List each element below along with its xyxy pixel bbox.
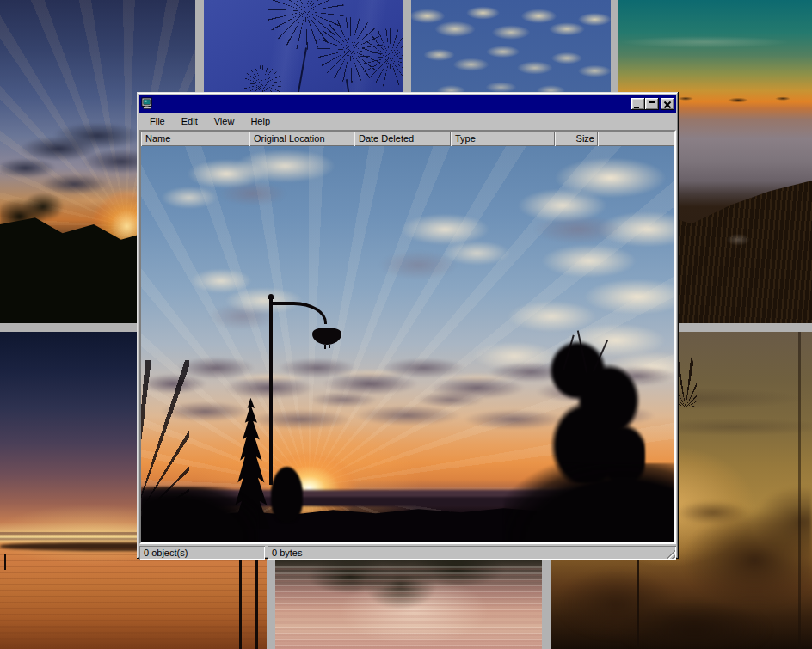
column-header-size[interactable]: Size <box>555 132 598 146</box>
status-bar: 0 object(s) 0 bytes <box>139 546 676 560</box>
right-tree-silhouette <box>549 333 645 483</box>
street-lamp-cap <box>268 294 274 299</box>
close-button[interactable] <box>661 98 674 110</box>
bottom-left-foliage <box>141 487 258 542</box>
bush-silhouette <box>271 467 303 523</box>
desktop: File Edit View Help Name Original Locati… <box>0 0 812 649</box>
street-lamp-fitting <box>329 345 330 348</box>
menu-edit[interactable]: Edit <box>176 114 203 128</box>
status-size-panel: 0 bytes <box>268 546 676 560</box>
computer-icon <box>141 97 154 110</box>
pole-silhouette <box>798 332 801 649</box>
maximize-icon <box>649 101 655 107</box>
window-controls <box>631 98 674 110</box>
menu-bar: File Edit View Help <box>139 113 676 130</box>
file-list-area: Name Original Location Date Deleted Type… <box>139 130 676 544</box>
close-icon <box>664 101 671 108</box>
minimize-button[interactable] <box>631 98 645 110</box>
column-header-blank[interactable] <box>598 132 674 146</box>
status-size-text: 0 bytes <box>272 548 302 558</box>
pole-silhouette <box>637 560 639 649</box>
water-pole <box>4 554 6 569</box>
menu-view[interactable]: View <box>209 114 240 128</box>
resize-grip[interactable] <box>664 548 675 559</box>
status-object-count: 0 object(s) <box>139 546 265 560</box>
street-lamp-fitting <box>324 345 326 349</box>
column-headers: Name Original Location Date Deleted Type… <box>141 132 674 146</box>
menu-help[interactable]: Help <box>245 114 275 128</box>
column-header-type[interactable]: Type <box>451 132 555 146</box>
water-pole <box>255 554 258 649</box>
window-background-photo <box>141 146 674 542</box>
minimize-icon <box>634 107 639 108</box>
column-header-original-location[interactable]: Original Location <box>249 132 354 146</box>
water-ripples <box>275 566 542 649</box>
water-ripples <box>0 548 267 649</box>
recycle-bin-window[interactable]: File Edit View Help Name Original Locati… <box>137 92 679 559</box>
street-lamp-pole <box>269 298 273 485</box>
water-pole <box>239 551 242 649</box>
title-bar[interactable] <box>139 95 676 113</box>
column-header-name[interactable]: Name <box>141 132 249 146</box>
maximize-button[interactable] <box>645 98 659 110</box>
column-header-date-deleted[interactable]: Date Deleted <box>354 132 451 146</box>
menu-file[interactable]: File <box>145 114 170 128</box>
bottom-right-foliage <box>504 463 674 542</box>
